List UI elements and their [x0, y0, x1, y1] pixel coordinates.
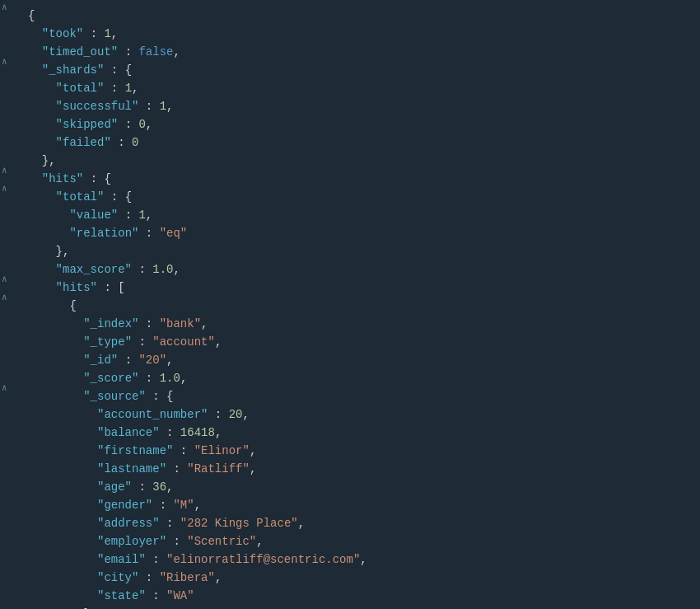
fold-arrow-icon[interactable]: ∧ [2, 56, 7, 67]
json-bool-value: false [138, 45, 173, 59]
json-punctuation: : [111, 136, 132, 149]
code-line: "max_score" : 1.0, [0, 260, 700, 279]
json-key: "took" [42, 27, 83, 40]
json-key: "max_score" [56, 263, 132, 276]
json-punctuation: , [146, 208, 152, 222]
line-content: "timed_out" : false, [23, 43, 180, 61]
json-string-value: "Scentric" [187, 535, 256, 548]
code-line: "account_number" : 20, [0, 405, 700, 424]
json-punctuation: , [166, 100, 173, 113]
json-number-value: 16418 [180, 426, 215, 439]
json-punctuation: : [ [97, 281, 125, 294]
json-punctuation: : [118, 354, 138, 367]
json-punctuation: : [132, 263, 152, 276]
json-number-value: 1 [138, 208, 145, 222]
json-punctuation: { [69, 299, 76, 312]
fold-arrow-icon[interactable]: ∧ [2, 165, 7, 176]
fold-arrow-icon[interactable]: ∧ [2, 274, 7, 284]
json-key: "skipped" [56, 118, 119, 131]
code-line: ∧ "_source" : { [0, 387, 700, 405]
json-string-value: "Ratliff" [187, 462, 250, 475]
code-line: ∧ { [0, 297, 700, 315]
line-content: "firstname" : "Elinor", [23, 442, 256, 460]
code-line: ∧ "total" : { [0, 188, 700, 206]
json-key: "gender" [97, 499, 152, 512]
json-key: "total" [56, 82, 105, 95]
json-punctuation: : [118, 118, 138, 131]
json-punctuation: : [138, 317, 159, 330]
line-content: { [23, 297, 77, 315]
json-key: "balance" [97, 426, 160, 439]
json-punctuation: : [160, 426, 180, 439]
json-punctuation: : [138, 100, 159, 113]
json-key: "_type" [83, 335, 132, 349]
code-line: "successful" : 1, [0, 97, 700, 115]
json-string-value: "bank" [160, 317, 201, 330]
json-punctuation: , [132, 82, 138, 95]
line-content: "hits" : { [23, 170, 111, 188]
json-string-value: "M" [173, 499, 194, 512]
code-line: "value" : 1, [0, 206, 700, 224]
json-punctuation: : [83, 27, 104, 40]
json-punctuation: , [215, 335, 222, 349]
line-content: "state" : "WA" [23, 587, 194, 605]
json-punctuation: , [173, 263, 180, 276]
line-content: "hits" : [ [23, 279, 125, 297]
json-number-value: 20 [229, 408, 243, 421]
json-number-value: 1.0 [160, 372, 180, 385]
line-content: "took" : 1, [23, 25, 118, 43]
json-key: "_source" [83, 390, 146, 403]
json-string-value: "account" [152, 335, 215, 349]
json-key: "state" [97, 589, 146, 602]
line-content: }, [23, 152, 56, 170]
line-content: "failed" : 0 [23, 134, 138, 152]
json-string-value: "20" [138, 354, 166, 367]
json-punctuation: : { [83, 172, 111, 185]
json-key: "total" [56, 190, 105, 204]
line-content: }, [23, 242, 69, 260]
code-line: "failed" : 0 [0, 134, 700, 152]
json-key: "_index" [83, 317, 138, 330]
json-key: "_shards" [42, 63, 105, 77]
code-line: "took" : 1, [0, 25, 700, 43]
json-key: "_score" [83, 372, 138, 385]
fold-arrow-icon[interactable]: ∧ [2, 292, 7, 302]
json-punctuation: }, [42, 154, 56, 167]
line-content: "lastname" : "Ratliff", [23, 460, 256, 478]
json-key: "lastname" [97, 462, 166, 475]
fold-arrow-icon[interactable]: ∧ [2, 382, 7, 393]
json-key: "relation" [69, 227, 138, 240]
json-punctuation: : [146, 553, 166, 566]
fold-arrow-icon[interactable]: ∧ [2, 183, 7, 194]
json-punctuation: , [146, 118, 152, 131]
code-line: }, [0, 152, 700, 170]
code-line: "state" : "WA" [0, 587, 700, 605]
json-number-value: 1 [125, 82, 132, 95]
code-line: "balance" : 16418, [0, 424, 700, 442]
json-punctuation: , [242, 408, 249, 421]
line-content: } [23, 605, 91, 609]
line-content: "_type" : "account", [23, 333, 222, 351]
line-content: "_score" : 1.0, [23, 369, 187, 387]
line-content: "account_number" : 20, [23, 405, 250, 424]
json-punctuation: : [132, 335, 152, 349]
code-line: "city" : "Ribera", [0, 569, 700, 587]
code-line: "email" : "elinorratliff@scentric.com", [0, 550, 700, 569]
json-punctuation: : [166, 462, 187, 475]
code-line: "_score" : 1.0, [0, 369, 700, 387]
json-punctuation: : { [104, 63, 132, 77]
line-content: "_index" : "bank", [23, 315, 208, 333]
json-punctuation: : [152, 499, 173, 512]
json-number-value: 0 [138, 118, 145, 131]
code-line: "total" : 1, [0, 79, 700, 97]
json-punctuation: , [360, 553, 366, 566]
json-punctuation: , [215, 426, 222, 439]
json-punctuation: : [173, 444, 194, 457]
json-key: "address" [97, 517, 160, 530]
code-line: "firstname" : "Elinor", [0, 442, 700, 460]
json-punctuation: : [132, 480, 152, 494]
json-punctuation: : [138, 227, 159, 240]
code-line: "gender" : "M", [0, 496, 700, 514]
json-punctuation: : { [146, 390, 174, 403]
fold-arrow-icon[interactable]: ∧ [2, 2, 7, 12]
